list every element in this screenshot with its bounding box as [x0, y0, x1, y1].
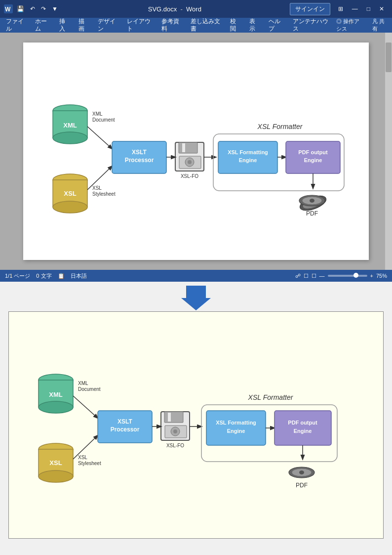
- page-info: 1/1 ページ: [5, 272, 30, 280]
- svg-marker-45: [181, 286, 211, 310]
- language: 日本語: [71, 272, 87, 280]
- word-icon: W: [4, 4, 13, 13]
- svg-line-14: [87, 127, 112, 149]
- svg-point-48: [39, 401, 73, 413]
- svg-text:PDF: PDF: [296, 482, 308, 489]
- svg-text:Stylesheet: Stylesheet: [78, 461, 101, 466]
- scrollbar-vertical[interactable]: [385, 33, 392, 270]
- layout-button[interactable]: ⊞: [334, 4, 347, 13]
- tab-draw[interactable]: 描画: [75, 16, 93, 35]
- tab-design[interactable]: デザイン: [94, 16, 122, 35]
- svg-text:Processor: Processor: [125, 157, 154, 164]
- arrow-section: [0, 282, 392, 311]
- svg-text:XML: XML: [92, 111, 103, 117]
- svg-text:W: W: [5, 6, 11, 13]
- status-bar-right: ☍ ☐ ☐ — + 75%: [295, 273, 387, 279]
- tab-file[interactable]: ファイル: [2, 16, 30, 35]
- view-print-icon[interactable]: ☍: [295, 273, 301, 279]
- svg-rect-64: [164, 412, 183, 423]
- svg-text:XSL-FO: XSL-FO: [181, 173, 198, 179]
- svg-text:Engine: Engine: [294, 428, 312, 434]
- customize-button[interactable]: ▼: [50, 4, 60, 13]
- down-arrow-svg: [181, 283, 211, 310]
- language-icon: 📋: [58, 273, 65, 279]
- svg-text:Stylesheet: Stylesheet: [92, 191, 116, 197]
- tab-mailings[interactable]: 差し込み文書: [187, 16, 225, 35]
- tab-insert[interactable]: 挿入: [55, 16, 74, 35]
- svg-rect-21: [182, 143, 185, 152]
- svg-rect-20: [179, 142, 197, 153]
- status-bar: 1/1 ページ 0 文字 📋 日本語 ☍ ☐ ☐ — + 75%: [0, 270, 392, 282]
- svg-point-68: [173, 429, 177, 433]
- svg-text:PDF output: PDF output: [288, 420, 317, 426]
- word-count: 0 文字: [36, 272, 51, 280]
- tab-layout[interactable]: レイアウト: [123, 16, 157, 35]
- svg-text:Engine: Engine: [239, 157, 257, 163]
- zoom-out-icon[interactable]: —: [319, 273, 325, 279]
- svg-text:XML: XML: [49, 391, 63, 398]
- title-bar-left: W 💾 ↶ ↷ ▼: [4, 4, 60, 13]
- tab-view[interactable]: 表示: [245, 16, 264, 35]
- redo-button[interactable]: ↷: [39, 4, 48, 13]
- svg-text:XSL Formatting: XSL Formatting: [216, 420, 256, 426]
- zoom-in-icon[interactable]: +: [370, 273, 373, 279]
- document-page: XML XML Document XSL XSL Stylesheet: [23, 43, 369, 260]
- svg-point-10: [53, 201, 87, 213]
- close-button[interactable]: ✕: [375, 4, 388, 13]
- zoom-level: 75%: [376, 273, 387, 279]
- svg-point-24: [188, 160, 192, 164]
- signin-button[interactable]: サインイン: [290, 3, 330, 15]
- svg-point-4: [53, 132, 87, 144]
- svg-text:XSL Formatter: XSL Formatter: [257, 123, 303, 130]
- assist-button[interactable]: ◎ 操作アシス: [333, 17, 367, 34]
- bottom-diagram-svg: XML XML Document XSL XSL Stylesheet XSLT…: [24, 327, 369, 514]
- svg-point-84: [299, 470, 304, 474]
- title-bar: W 💾 ↶ ↷ ▼ SVG.docx - Word サインイン ⊞ — □ ✕: [0, 0, 392, 18]
- svg-text:XSL Formatting: XSL Formatting: [228, 149, 268, 155]
- svg-text:Document: Document: [78, 386, 101, 392]
- title-bar-center: SVG.docx - Word: [60, 5, 290, 13]
- focus-icon[interactable]: ☐: [312, 273, 316, 279]
- svg-text:XSL: XSL: [92, 185, 102, 191]
- svg-text:Engine: Engine: [304, 157, 322, 163]
- tab-help[interactable]: ヘルプ: [265, 16, 288, 35]
- document-area: XML XML Document XSL XSL Stylesheet: [0, 33, 392, 270]
- tab-home[interactable]: ホーム: [31, 16, 54, 35]
- svg-text:XML: XML: [63, 122, 77, 129]
- svg-text:XSL Formatter: XSL Formatter: [248, 393, 294, 401]
- ribbon-right: ◎ 操作アシス 凡 共有: [333, 17, 390, 34]
- tab-references[interactable]: 参考資料: [157, 16, 186, 35]
- tab-review[interactable]: 校閲: [226, 16, 244, 35]
- svg-text:Document: Document: [92, 117, 115, 123]
- undo-button[interactable]: ↶: [28, 4, 37, 13]
- svg-point-54: [39, 470, 73, 482]
- svg-text:Processor: Processor: [111, 426, 140, 433]
- svg-text:PDF: PDF: [306, 210, 318, 217]
- svg-point-43: [310, 199, 314, 203]
- document-title: SVG.docx: [148, 5, 177, 13]
- zoom-thumb[interactable]: [353, 273, 358, 278]
- svg-text:PDF output: PDF output: [298, 149, 328, 155]
- window-controls: ⊞ — □ ✕: [334, 4, 388, 13]
- svg-line-58: [73, 396, 98, 418]
- share-button[interactable]: 凡 共有: [369, 17, 390, 34]
- svg-text:XML: XML: [78, 381, 88, 386]
- svg-text:Engine: Engine: [227, 428, 245, 434]
- zoom-slider[interactable]: [328, 275, 367, 277]
- svg-text:XSLT: XSLT: [118, 418, 132, 425]
- scrollbar-thumb[interactable]: [386, 43, 392, 72]
- bottom-diagram-box: XML XML Document XSL XSL Stylesheet XSLT…: [8, 311, 384, 539]
- svg-text:XSL-FO: XSL-FO: [166, 443, 184, 448]
- minimize-button[interactable]: —: [348, 4, 362, 13]
- svg-rect-65: [168, 413, 171, 422]
- ribbon: ファイル ホーム 挿入 描画 デザイン レイアウト 参考資料 差し込み文書 校閲…: [0, 18, 392, 33]
- svg-text:XSL: XSL: [78, 455, 87, 460]
- svg-text:XSL: XSL: [64, 190, 76, 197]
- svg-text:XSL: XSL: [49, 459, 62, 467]
- save-button[interactable]: 💾: [15, 4, 26, 13]
- top-diagram-svg: XML XML Document XSL XSL Stylesheet: [38, 57, 354, 230]
- maximize-button[interactable]: □: [363, 4, 374, 13]
- view-web-icon[interactable]: ☐: [304, 273, 309, 279]
- tab-antenna[interactable]: アンテナハウス: [289, 16, 332, 35]
- app-name: Word: [186, 5, 201, 13]
